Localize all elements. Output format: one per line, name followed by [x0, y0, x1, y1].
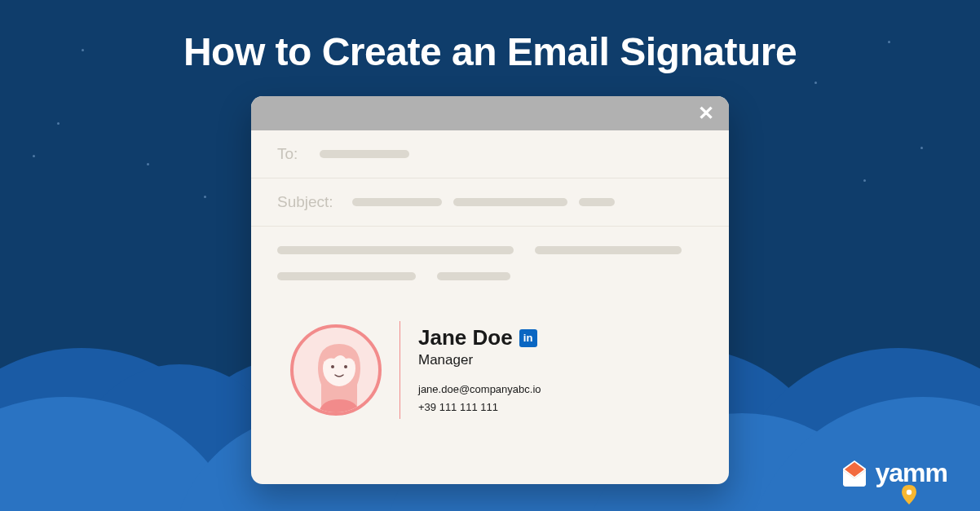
brand-name: yamm: [876, 458, 948, 488]
envelope-icon: [840, 459, 869, 488]
subject-field-row: Subject:: [251, 178, 729, 227]
body-line-2a: [277, 272, 416, 280]
avatar: [290, 324, 382, 416]
to-label: To:: [277, 145, 308, 163]
subject-placeholder-1: [352, 198, 442, 206]
svg-point-2: [344, 365, 347, 368]
email-signature: Jane Doe in Manager jane.doe@companyabc.…: [251, 306, 729, 435]
subject-placeholder-3: [579, 198, 615, 206]
linkedin-icon[interactable]: in: [519, 329, 537, 347]
body-line-1a: [277, 246, 514, 254]
email-compose-window: ✕ To: Subject:: [251, 96, 729, 484]
email-body: [251, 227, 729, 306]
body-line-1b: [535, 246, 682, 254]
signature-phone: +39 111 111 111: [418, 399, 541, 416]
body-line-2b: [437, 272, 510, 280]
signature-name: Jane Doe: [418, 325, 513, 350]
signature-email: jane.doe@companyabc.io: [418, 381, 541, 398]
brand-logo: yamm: [840, 458, 948, 488]
window-titlebar: ✕: [251, 96, 729, 130]
close-icon[interactable]: ✕: [698, 102, 714, 125]
signature-role: Manager: [418, 352, 541, 368]
to-field-row: To:: [251, 130, 729, 178]
signature-divider: [400, 321, 400, 419]
pin-icon: [902, 485, 916, 508]
subject-label: Subject:: [277, 193, 341, 211]
to-placeholder: [320, 150, 409, 158]
page-title: How to Create an Email Signature: [0, 29, 980, 74]
svg-point-1: [331, 365, 334, 368]
subject-placeholder-2: [453, 198, 567, 206]
svg-point-3: [907, 490, 912, 495]
